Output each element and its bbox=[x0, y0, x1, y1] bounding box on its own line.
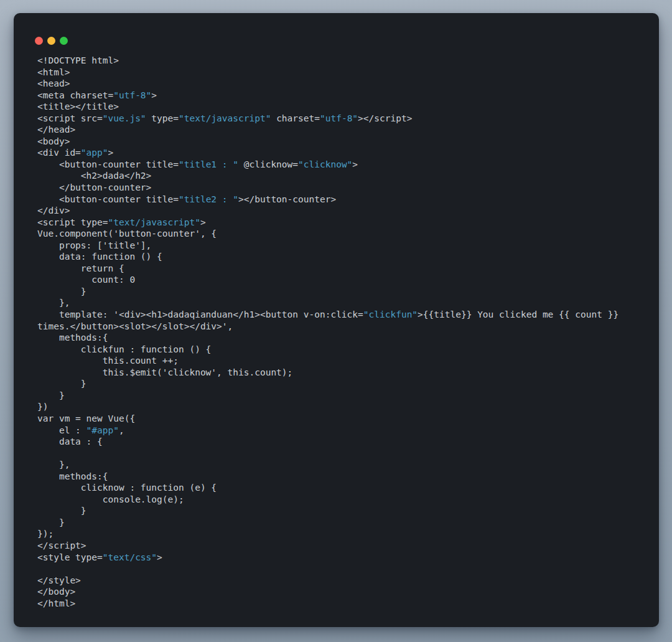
code-token: console.log(e); bbox=[37, 494, 184, 504]
code-line: methods:{ bbox=[37, 332, 653, 344]
code-line: Vue.component('button-counter', { bbox=[37, 228, 653, 240]
code-line: <script src="vue.js" type="text/javascri… bbox=[37, 113, 653, 125]
code-line: </div> bbox=[37, 205, 653, 217]
code-line: this.count ++; bbox=[37, 355, 653, 367]
code-token: el : bbox=[37, 425, 86, 435]
code-string-token: "clickfun" bbox=[363, 309, 418, 319]
code-line: <button-counter title="title1 : " @click… bbox=[37, 159, 653, 171]
code-token: methods:{ bbox=[37, 471, 108, 481]
code-token: } bbox=[37, 390, 65, 400]
code-line: <head> bbox=[37, 78, 653, 90]
code-token: <script src= bbox=[37, 113, 103, 123]
code-line: <title></title> bbox=[37, 101, 653, 113]
code-line: }); bbox=[37, 528, 653, 540]
code-line: }, bbox=[37, 297, 653, 309]
code-token: count: 0 bbox=[37, 275, 135, 285]
code-line: }) bbox=[37, 401, 653, 413]
code-token: > bbox=[352, 159, 358, 169]
code-token: template: '<div><h1>dadaqianduan</h1><bu… bbox=[37, 309, 363, 319]
code-token: } bbox=[37, 506, 86, 516]
code-token: > bbox=[157, 552, 162, 562]
code-line: return { bbox=[37, 263, 653, 275]
code-line: <html> bbox=[37, 67, 653, 78]
code-token: Vue.component('button-counter', { bbox=[37, 229, 217, 238]
code-token: this.$emit('clicknow', this.count); bbox=[37, 367, 292, 377]
code-line: <style type="text/css"> bbox=[37, 552, 653, 564]
zoom-button[interactable] bbox=[60, 37, 68, 45]
code-token: } bbox=[37, 517, 65, 527]
code-token: <html> bbox=[37, 67, 70, 77]
code-token: ></script> bbox=[358, 113, 412, 123]
window-titlebar bbox=[35, 37, 68, 45]
code-token: </head> bbox=[37, 125, 75, 135]
code-token: , bbox=[119, 425, 124, 435]
code-line: el : "#app", bbox=[37, 425, 653, 437]
code-line: <h2>dada</h2> bbox=[37, 170, 653, 182]
code-string-token: "title2 : " bbox=[179, 194, 238, 204]
code-token: </style> bbox=[37, 575, 81, 585]
code-line: <meta charset="utf-8"> bbox=[37, 90, 653, 101]
code-line: } bbox=[37, 378, 653, 390]
code-token: ></button-counter> bbox=[238, 194, 336, 204]
code-line: } bbox=[37, 505, 653, 517]
code-line: <body> bbox=[37, 136, 653, 148]
code-string-token: "text/css" bbox=[103, 552, 157, 562]
code-token: </button-counter> bbox=[37, 182, 151, 192]
code-line: }, bbox=[37, 459, 653, 471]
code-token: </body> bbox=[37, 587, 75, 597]
code-token: }, bbox=[37, 298, 70, 308]
code-line: <!DOCTYPE html> bbox=[37, 55, 653, 67]
code-token: data: function () { bbox=[37, 252, 162, 262]
code-string-token: "#app" bbox=[86, 425, 119, 435]
code-token: </div> bbox=[37, 205, 70, 215]
code-line: clicknow : function (e) { bbox=[37, 482, 653, 494]
code-token: <head> bbox=[37, 78, 70, 88]
code-string-token: "clicknow" bbox=[298, 159, 352, 169]
code-token: props: ['title'], bbox=[37, 240, 151, 250]
code-token: <div id= bbox=[37, 148, 81, 158]
code-line: props: ['title'], bbox=[37, 240, 653, 252]
code-token: > bbox=[151, 90, 157, 100]
code-string-token: "utf-8" bbox=[113, 90, 151, 100]
code-string-token: "vue.js" bbox=[103, 113, 146, 123]
code-line: <script type="text/javascript"> bbox=[37, 217, 653, 229]
code-line: var vm = new Vue({ bbox=[37, 413, 653, 425]
code-area[interactable]: <!DOCTYPE html><html><head><meta charset… bbox=[37, 55, 653, 609]
code-line: data : { bbox=[37, 436, 653, 448]
code-line: </head> bbox=[37, 124, 653, 136]
code-line: template: '<div><h1>dadaqianduan</h1><bu… bbox=[37, 309, 653, 321]
code-token: charset= bbox=[271, 113, 320, 123]
code-token: </html> bbox=[37, 598, 75, 608]
code-token: >{{title}} You clicked me {{ count }} bbox=[418, 309, 618, 319]
code-token: data : { bbox=[37, 437, 103, 446]
code-token: <title></title> bbox=[37, 101, 119, 111]
code-token: > bbox=[108, 148, 114, 158]
code-token: } bbox=[37, 379, 86, 389]
code-token: }, bbox=[37, 460, 70, 470]
code-token: <button-counter title= bbox=[37, 159, 179, 169]
code-line: } bbox=[37, 390, 653, 402]
code-line: } bbox=[37, 286, 653, 298]
code-token: <body> bbox=[37, 136, 70, 146]
code-string-token: "title1 : " bbox=[179, 159, 238, 169]
code-line: <button-counter title="title2 : "></butt… bbox=[37, 194, 653, 205]
code-string-token: "text/javascript" bbox=[108, 217, 200, 227]
code-token: <meta charset= bbox=[37, 90, 113, 100]
code-token: } bbox=[37, 286, 86, 296]
code-token: clickfun : function () { bbox=[37, 344, 211, 354]
code-line bbox=[37, 448, 653, 460]
code-line: </html> bbox=[37, 598, 653, 610]
code-line: this.$emit('clicknow', this.count); bbox=[37, 367, 653, 379]
code-token: var vm = new Vue({ bbox=[37, 413, 135, 423]
code-line: <div id="app"> bbox=[37, 147, 653, 159]
close-button[interactable] bbox=[35, 37, 43, 45]
code-line bbox=[37, 563, 653, 575]
code-token: methods:{ bbox=[37, 333, 108, 342]
code-line: times.</button><slot></slot></div>', bbox=[37, 321, 653, 333]
code-line: data: function () { bbox=[37, 251, 653, 263]
code-editor-window: <!DOCTYPE html><html><head><meta charset… bbox=[14, 13, 659, 627]
minimize-button[interactable] bbox=[47, 37, 55, 45]
code-token: }) bbox=[37, 402, 48, 412]
code-string-token: "app" bbox=[81, 148, 108, 158]
code-token: this.count ++; bbox=[37, 356, 179, 366]
